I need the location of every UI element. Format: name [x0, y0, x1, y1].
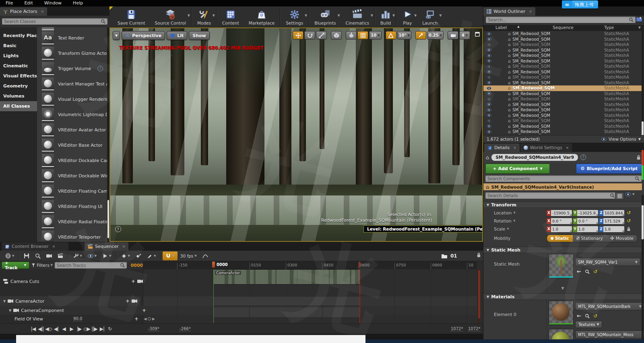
- add-key-icon[interactable]: +: [142, 308, 146, 313]
- browse-icon[interactable]: [585, 269, 590, 274]
- playhead-line[interactable]: [213, 269, 214, 323]
- visibility-eye-icon[interactable]: [487, 119, 492, 123]
- category-recently-placed[interactable]: Recently Placed: [0, 31, 37, 41]
- visibility-eye-icon[interactable]: [487, 76, 492, 79]
- visibility-eye-icon[interactable]: [487, 37, 492, 41]
- visibility-eye-icon[interactable]: [487, 87, 492, 90]
- seqtool-save-button[interactable]: [21, 252, 32, 260]
- outliner-search-input[interactable]: Search...: [486, 17, 636, 23]
- outliner-row[interactable]: ⌂SM_Redwood_SQMStaticMeshA: [483, 124, 642, 129]
- outliner-row[interactable]: ⌂SM_Redwood_SQMStaticMeshA: [483, 118, 642, 124]
- seqtool-find-button[interactable]: [32, 252, 43, 260]
- list-item-vreditor-radial-floating-l[interactable]: VREditor Radial Floating L: [37, 214, 107, 229]
- axis-y-field[interactable]: Y-13025.9◢: [573, 210, 598, 216]
- outliner-row[interactable]: ⌂SM_Redwood_SQMStaticMeshA: [483, 80, 642, 86]
- grid-snap-button[interactable]: [357, 31, 368, 39]
- list-item-vreditor-floating-ui[interactable]: VREditor Floating UI: [37, 199, 107, 214]
- axis-x-value[interactable]: 0.0 °◢: [551, 218, 572, 224]
- close-icon[interactable]: ✕: [566, 146, 569, 150]
- track-field-of-view[interactable]: Field Of View90.0+◀▶: [0, 315, 157, 323]
- toolbar-build-button[interactable]: Build▼: [376, 6, 396, 27]
- transport-button-6[interactable]: |▶: [76, 325, 83, 333]
- axis-y-field[interactable]: Y0.0 °◢: [573, 218, 598, 224]
- outliner-row[interactable]: ⌂SM_Redwood_SQMStaticMeshA: [483, 96, 642, 102]
- cameraactor-section[interactable]: [213, 296, 360, 306]
- visibility-eye-icon[interactable]: [487, 59, 492, 62]
- blueprint-add-script-button[interactable]: ⚙ Blueprint/Add Script: [576, 164, 642, 174]
- menu-file[interactable]: File: [0, 0, 19, 6]
- transport-button-7[interactable]: ◇▶: [83, 325, 90, 333]
- chevron-down-icon[interactable]: ▼: [213, 14, 215, 17]
- material-bark-combobox[interactable]: MTL_RW_SQMountainBark ▼: [575, 302, 644, 310]
- category-all-classes[interactable]: All Classes: [0, 101, 37, 111]
- add-component-button[interactable]: + Add Component ▼: [485, 164, 550, 174]
- property-matrix-icon[interactable]: [615, 192, 624, 200]
- reset-to-default-icon[interactable]: ↺: [627, 218, 631, 224]
- chevron-down-icon[interactable]: ▼: [172, 254, 174, 258]
- track-camera-cuts[interactable]: Camera Cuts+: [0, 276, 146, 286]
- outliner-row[interactable]: ⌂SM_Redwood_SQMStaticMeshA: [483, 31, 642, 37]
- list-item-trigger-volume[interactable]: Trigger Volume?: [37, 61, 107, 76]
- list-item-vreditor-dockable-windo[interactable]: VREditor Dockable Windo: [37, 168, 107, 183]
- view-range-end[interactable]: 1072*: [451, 326, 463, 331]
- add-key-icon[interactable]: +: [126, 298, 130, 304]
- category-basic[interactable]: Basic: [0, 41, 37, 51]
- filters-button[interactable]: Filters ▼: [31, 263, 53, 268]
- outliner-row[interactable]: ⌂SM_Redwood_SQMStaticMeshA: [483, 58, 642, 64]
- details-view-options-button[interactable]: ▼: [625, 192, 634, 196]
- outliner-row[interactable]: ⌂SM_Redwood_SQMStaticMeshA: [483, 107, 642, 113]
- list-item-volumetric-lightmap-den[interactable]: Volumetric Lightmap Den: [37, 107, 107, 122]
- outliner-row[interactable]: ⌂SM_Redwood_SQMStaticMeshA: [483, 69, 642, 75]
- scale-snap-value[interactable]: 0.25▼: [427, 31, 444, 39]
- mobility-static[interactable]: Static: [547, 235, 573, 242]
- tab-details[interactable]: i Details ✕: [484, 143, 520, 152]
- outliner-row[interactable]: ⌂SM_Redwood_SQMStaticMeshA: [483, 75, 642, 80]
- transport-button-0[interactable]: |◀: [30, 325, 37, 333]
- chevron-down-icon[interactable]: ▼: [194, 254, 196, 258]
- chevron-down-icon[interactable]: ▼: [439, 14, 442, 17]
- outliner-scrollbar[interactable]: [642, 31, 644, 135]
- scale-tool-button[interactable]: [316, 31, 327, 39]
- chevron-down-icon[interactable]: ▼: [392, 14, 395, 17]
- maximize-viewport-icon[interactable]: [475, 32, 480, 37]
- upload-badge[interactable]: ∞ 拖拽上传: [562, 0, 598, 8]
- help-icon[interactable]: ?: [97, 66, 103, 71]
- sequencer-vscrollbar[interactable]: [478, 269, 481, 323]
- axis-y-value[interactable]: 0.0 °◢: [577, 218, 598, 224]
- chevron-down-icon[interactable]: ▼: [188, 14, 190, 17]
- material-bark-thumbnail[interactable]: [549, 301, 574, 325]
- reset-icon[interactable]: ↺: [593, 269, 597, 274]
- seqtool-curve-button[interactable]: [200, 252, 211, 260]
- viewport-lit-button[interactable]: Lit: [167, 31, 187, 40]
- close-icon[interactable]: ✕: [513, 146, 516, 150]
- list-item-visual-logger-rendering[interactable]: Visual Logger Rendering: [37, 91, 107, 107]
- add-track-button[interactable]: + Track ▼: [2, 262, 29, 269]
- category-cinematic[interactable]: Cinematic: [0, 61, 37, 71]
- seqtool-wrench-button[interactable]: ▼: [70, 252, 85, 260]
- use-selected-icon[interactable]: ←: [577, 268, 581, 274]
- visibility-eye-icon[interactable]: [487, 54, 492, 57]
- visibility-eye-icon[interactable]: [487, 81, 492, 84]
- axis-x-field[interactable]: X-15900.5◢: [547, 210, 572, 216]
- toolbar-cinematics-button[interactable]: Cinematics▼: [341, 6, 374, 27]
- add-key-icon[interactable]: +: [134, 316, 138, 322]
- visibility-eye-icon[interactable]: [487, 98, 492, 101]
- seqtool-key-button[interactable]: ▼: [118, 252, 133, 260]
- expander-icon[interactable]: ▼: [3, 299, 6, 303]
- chevron-down-icon[interactable]: ▼: [109, 254, 111, 258]
- track-cameraactor[interactable]: ▼CameraActor+: [0, 296, 140, 306]
- toolbar-source-control-button[interactable]: Source Control▼: [150, 6, 191, 27]
- outliner-row[interactable]: ⌂SM_Redwood_SQMStaticMeshA: [483, 91, 642, 97]
- camera-icon[interactable]: [132, 298, 137, 304]
- axis-z-value[interactable]: 1.0◢: [603, 226, 624, 232]
- visibility-eye-icon[interactable]: [487, 43, 492, 46]
- seqtool-autokey-button[interactable]: [133, 252, 144, 260]
- transport-button-8[interactable]: ||▶: [91, 325, 98, 333]
- transport-button-5[interactable]: ▶: [68, 325, 75, 333]
- tab-sequencer[interactable]: Sequencer ✕: [85, 242, 128, 251]
- toolbar-content-button[interactable]: Content: [217, 6, 244, 27]
- list-item-vreditor-avatar-actor[interactable]: VREditor Avatar Actor: [37, 122, 107, 137]
- toolbar-launch-button[interactable]: Launch▼: [417, 6, 442, 27]
- move-tool-button[interactable]: [293, 31, 303, 39]
- reset-icon[interactable]: ↺: [593, 313, 597, 319]
